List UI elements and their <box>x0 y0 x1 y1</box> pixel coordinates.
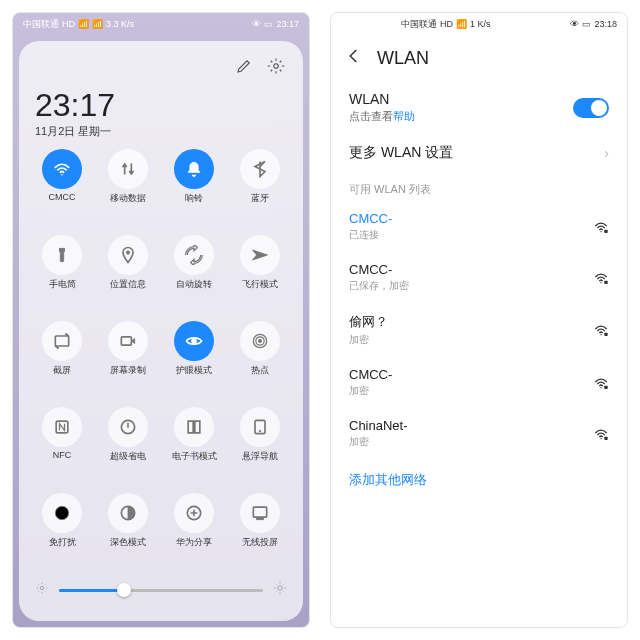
wlan-switch[interactable] <box>573 98 609 118</box>
torch-icon[interactable] <box>42 235 82 275</box>
toggle-float[interactable]: 悬浮导航 <box>229 407 291 487</box>
toggle-torch[interactable]: 手电筒 <box>31 235 93 315</box>
plane-icon[interactable] <box>240 235 280 275</box>
toggle-label: 手电筒 <box>49 278 76 291</box>
settings-icon[interactable] <box>267 57 285 79</box>
network-item[interactable]: CMCC-加密 <box>331 357 627 408</box>
wlan-label: WLAN <box>349 91 415 107</box>
toggle-pwr[interactable]: 超级省电 <box>97 407 159 487</box>
svg-point-3 <box>126 251 129 254</box>
clock-small: 23:17 <box>276 19 299 29</box>
svg-point-6 <box>192 339 197 344</box>
toggle-label: 电子书模式 <box>172 450 217 463</box>
signal-icon: 📶 <box>78 19 89 29</box>
wifi-signal-icon <box>593 270 609 286</box>
network-name: CMCC- <box>349 211 392 226</box>
back-icon[interactable] <box>345 47 363 69</box>
toggle-label: 热点 <box>251 364 269 377</box>
svg-rect-25 <box>604 333 607 336</box>
toggle-hotspot[interactable]: 热点 <box>229 321 291 401</box>
brightness-row <box>31 573 291 607</box>
signal-icon: 📶 <box>456 19 467 29</box>
network-name: ChinaNet- <box>349 418 408 433</box>
toggle-bell[interactable]: 响铃 <box>163 149 225 229</box>
toggle-cast[interactable]: 无线投屏 <box>229 493 291 573</box>
network-name: CMCC- <box>349 262 409 277</box>
toggle-data[interactable]: 移动数据 <box>97 149 159 229</box>
brightness-slider[interactable] <box>59 589 263 592</box>
toggle-rotate[interactable]: 自动旋转 <box>163 235 225 315</box>
bell-icon[interactable] <box>174 149 214 189</box>
wifi-signal-icon <box>593 219 609 235</box>
book-icon[interactable] <box>174 407 214 447</box>
toggle-label: 飞行模式 <box>242 278 278 291</box>
pwr-icon[interactable] <box>108 407 148 447</box>
status-bar: 中国联通 HD 📶 📶 3.3 K/s 👁 ▭ 23:17 <box>13 13 309 35</box>
chevron-right-icon: › <box>604 145 609 161</box>
status-bar: 中国联通 HD 📶 1 K/s 👁 ▭ 23:18 <box>331 13 627 35</box>
svg-point-7 <box>258 339 261 342</box>
toggle-grid: CMCC移动数据响铃蓝牙手电筒位置信息自动旋转飞行模式截屏屏幕录制护眼模式热点N… <box>31 149 291 573</box>
toggle-share[interactable]: 华为分享 <box>163 493 225 573</box>
loc-icon[interactable] <box>108 235 148 275</box>
toggle-dark[interactable]: 深色模式 <box>97 493 159 573</box>
network-item[interactable]: 偷网？加密 <box>331 303 627 357</box>
dnd-icon[interactable] <box>42 493 82 533</box>
add-network[interactable]: 添加其他网络 <box>331 459 627 501</box>
svg-point-20 <box>600 231 601 232</box>
svg-point-26 <box>600 387 601 388</box>
toggle-label: 响铃 <box>185 192 203 205</box>
carrier-label: 中国联通 <box>401 18 437 31</box>
help-link[interactable]: 帮助 <box>393 110 415 122</box>
svg-point-13 <box>259 430 261 432</box>
toggle-label: 华为分享 <box>176 536 212 549</box>
more-wlan-settings[interactable]: 更多 WLAN 设置 › <box>331 134 627 172</box>
toggle-label: 深色模式 <box>110 536 146 549</box>
wifi-icon[interactable] <box>42 149 82 189</box>
svg-point-18 <box>40 586 44 590</box>
cast-icon[interactable] <box>240 493 280 533</box>
quick-settings-panel: 23:17 11月2日 星期一 CMCC移动数据响铃蓝牙手电筒位置信息自动旋转飞… <box>19 41 303 621</box>
toggle-wifi[interactable]: CMCC <box>31 149 93 229</box>
svg-rect-16 <box>253 507 266 517</box>
toggle-nfc[interactable]: NFC <box>31 407 93 487</box>
network-status: 加密 <box>349 333 388 347</box>
share-icon[interactable] <box>174 493 214 533</box>
toggle-eye[interactable]: 护眼模式 <box>163 321 225 401</box>
hotspot-icon[interactable] <box>240 321 280 361</box>
network-item[interactable]: ChinaNet-加密 <box>331 408 627 459</box>
nfc-icon[interactable] <box>42 407 82 447</box>
network-status: 已连接 <box>349 228 392 242</box>
svg-point-28 <box>600 438 601 439</box>
network-item[interactable]: CMCC-已保存，加密 <box>331 252 627 303</box>
toggle-rec[interactable]: 屏幕录制 <box>97 321 159 401</box>
rotate-icon[interactable] <box>174 235 214 275</box>
eye-icon[interactable] <box>174 321 214 361</box>
toggle-bt[interactable]: 蓝牙 <box>229 149 291 229</box>
toggle-book[interactable]: 电子书模式 <box>163 407 225 487</box>
slider-thumb[interactable] <box>117 583 131 597</box>
toggle-label: 超级省电 <box>110 450 146 463</box>
toggle-dnd[interactable]: 免打扰 <box>31 493 93 573</box>
wifi-icon: 📶 <box>92 19 103 29</box>
dark-icon[interactable] <box>108 493 148 533</box>
float-icon[interactable] <box>240 407 280 447</box>
clock-small: 23:18 <box>594 19 617 29</box>
eye-comfort-icon: 👁 <box>252 19 261 29</box>
shot-icon[interactable] <box>42 321 82 361</box>
edit-icon[interactable] <box>235 57 253 79</box>
network-item[interactable]: CMCC-已连接 <box>331 201 627 252</box>
svg-rect-17 <box>257 518 264 520</box>
svg-point-22 <box>600 282 601 283</box>
toggle-loc[interactable]: 位置信息 <box>97 235 159 315</box>
rec-icon[interactable] <box>108 321 148 361</box>
toggle-plane[interactable]: 飞行模式 <box>229 235 291 315</box>
battery-icon: ▭ <box>582 19 591 29</box>
data-icon[interactable] <box>108 149 148 189</box>
wlan-toggle-row[interactable]: WLAN 点击查看帮助 <box>331 81 627 134</box>
bt-icon[interactable] <box>240 149 280 189</box>
toggle-shot[interactable]: 截屏 <box>31 321 93 401</box>
toggle-label: 截屏 <box>53 364 71 377</box>
clock-large: 23:17 <box>35 87 287 124</box>
toggle-label: 免打扰 <box>49 536 76 549</box>
